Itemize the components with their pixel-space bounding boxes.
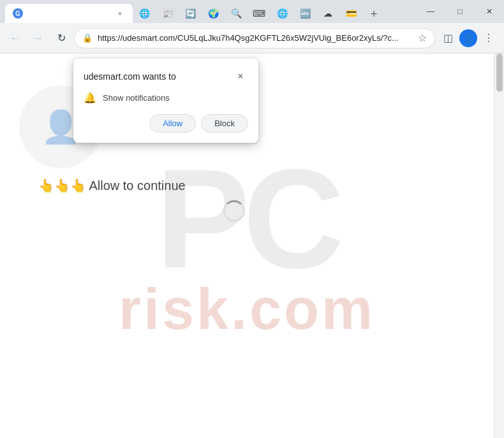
notification-popup: udesmart.com wants to × 🔔 Show notificat… — [73, 59, 258, 143]
extra-tab-icons: 🌐 📰 🔄 🌍 🔍 ⌨ 🌐 🔤 ☁ 💳 — [133, 0, 362, 23]
scrollbar[interactable] — [494, 54, 504, 438]
tab-icon-globe2[interactable]: 🌍 — [202, 4, 225, 23]
allow-to-continue-text: 👆👆👆 Allow to continue — [38, 178, 186, 193]
loading-spinner — [223, 200, 244, 221]
profile-button[interactable]: 👤 — [459, 29, 477, 47]
reload-button[interactable]: ↻ — [51, 28, 71, 48]
maximize-button[interactable]: □ — [445, 0, 475, 23]
bell-icon: 🔔 — [84, 92, 96, 104]
popup-permission-label: Show notifications — [103, 93, 170, 103]
popup-title: udesmart.com wants to — [84, 71, 176, 82]
tab-icon-refresh[interactable]: 🔄 — [179, 4, 202, 23]
sidebar-toggle-button[interactable]: ◫ — [438, 28, 458, 48]
new-tab-button[interactable]: + — [365, 5, 383, 23]
popup-permission-row: 🔔 Show notifications — [84, 92, 248, 104]
window-controls: — □ ✕ — [416, 0, 504, 23]
toolbar-right: ◫ 👤 ⋮ — [438, 28, 499, 48]
tab-icon-globe[interactable]: 🌐 — [133, 4, 156, 23]
tab-icon-rss[interactable]: 📰 — [156, 4, 179, 23]
close-button[interactable]: ✕ — [475, 0, 504, 23]
content-area: 👤 PC risk.com 👆👆👆 Allow to continue udes… — [0, 54, 504, 438]
lock-icon: 🔒 — [82, 33, 93, 43]
tab-icon-translate2[interactable]: 🔤 — [293, 4, 316, 23]
active-tab[interactable]: G × — [5, 4, 133, 23]
forward-button[interactable]: → — [28, 28, 48, 48]
popup-header: udesmart.com wants to × — [84, 69, 248, 84]
tab-icon-translate[interactable]: ⌨ — [248, 4, 271, 23]
back-button[interactable]: ← — [5, 28, 26, 48]
menu-button[interactable]: ⋮ — [478, 28, 499, 48]
tab-favicon: G — [13, 8, 23, 18]
tab-icon-earth[interactable]: 🌐 — [271, 4, 293, 23]
tab-close-button[interactable]: × — [115, 8, 125, 18]
popup-buttons: Allow Block — [84, 114, 248, 133]
tab-bar: G × 🌐 📰 🔄 🌍 🔍 ⌨ 🌐 🔤 ☁ 💳 + — □ ✕ — [0, 0, 504, 23]
popup-close-button[interactable]: × — [233, 69, 248, 84]
allow-button[interactable]: Allow — [149, 114, 196, 133]
tab-icon-card[interactable]: 💳 — [339, 4, 362, 23]
scrollbar-thumb[interactable] — [496, 54, 503, 92]
watermark-pc-text: PC — [156, 149, 338, 289]
block-button[interactable]: Block — [201, 114, 248, 133]
tab-icon-cloud[interactable]: ☁ — [316, 4, 339, 23]
bookmark-icon[interactable]: ☆ — [418, 32, 427, 44]
tab-icon-search[interactable]: 🔍 — [225, 4, 248, 23]
address-bar[interactable]: 🔒 https://udesmart.com/CU5LqLJku7h4Qsg2K… — [74, 28, 435, 48]
watermark-risk-text: risk.com — [119, 277, 375, 342]
address-text: https://udesmart.com/CU5LqLJku7h4Qsg2KGF… — [98, 33, 413, 43]
minimize-button[interactable]: — — [416, 0, 445, 23]
browser-toolbar: ← → ↻ 🔒 https://udesmart.com/CU5LqLJku7h… — [0, 23, 504, 54]
